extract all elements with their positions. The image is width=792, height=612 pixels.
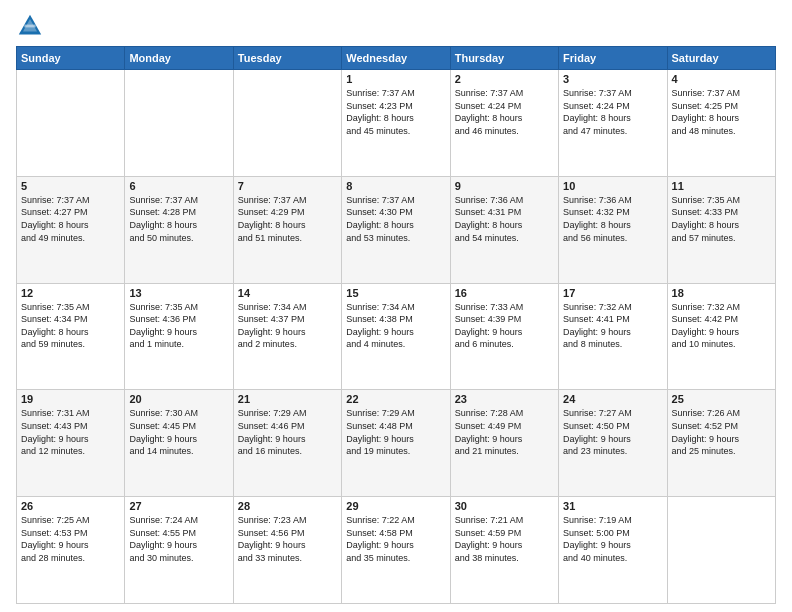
day-info: Sunrise: 7:32 AM Sunset: 4:42 PM Dayligh…: [672, 301, 771, 351]
calendar-cell: 29Sunrise: 7:22 AM Sunset: 4:58 PM Dayli…: [342, 497, 450, 604]
calendar-cell: 18Sunrise: 7:32 AM Sunset: 4:42 PM Dayli…: [667, 283, 775, 390]
calendar-cell: 23Sunrise: 7:28 AM Sunset: 4:49 PM Dayli…: [450, 390, 558, 497]
calendar-cell: 8Sunrise: 7:37 AM Sunset: 4:30 PM Daylig…: [342, 176, 450, 283]
week-row-2: 12Sunrise: 7:35 AM Sunset: 4:34 PM Dayli…: [17, 283, 776, 390]
day-number: 23: [455, 393, 554, 405]
day-number: 18: [672, 287, 771, 299]
day-info: Sunrise: 7:22 AM Sunset: 4:58 PM Dayligh…: [346, 514, 445, 564]
calendar-cell: [125, 70, 233, 177]
day-info: Sunrise: 7:34 AM Sunset: 4:38 PM Dayligh…: [346, 301, 445, 351]
calendar: SundayMondayTuesdayWednesdayThursdayFrid…: [16, 46, 776, 604]
day-number: 30: [455, 500, 554, 512]
day-info: Sunrise: 7:32 AM Sunset: 4:41 PM Dayligh…: [563, 301, 662, 351]
day-number: 2: [455, 73, 554, 85]
calendar-cell: 14Sunrise: 7:34 AM Sunset: 4:37 PM Dayli…: [233, 283, 341, 390]
calendar-cell: 12Sunrise: 7:35 AM Sunset: 4:34 PM Dayli…: [17, 283, 125, 390]
day-info: Sunrise: 7:30 AM Sunset: 4:45 PM Dayligh…: [129, 407, 228, 457]
day-number: 19: [21, 393, 120, 405]
calendar-cell: [233, 70, 341, 177]
day-info: Sunrise: 7:35 AM Sunset: 4:34 PM Dayligh…: [21, 301, 120, 351]
day-number: 1: [346, 73, 445, 85]
day-number: 16: [455, 287, 554, 299]
day-number: 17: [563, 287, 662, 299]
day-number: 20: [129, 393, 228, 405]
day-number: 9: [455, 180, 554, 192]
page: SundayMondayTuesdayWednesdayThursdayFrid…: [0, 0, 792, 612]
day-info: Sunrise: 7:36 AM Sunset: 4:31 PM Dayligh…: [455, 194, 554, 244]
calendar-cell: 19Sunrise: 7:31 AM Sunset: 4:43 PM Dayli…: [17, 390, 125, 497]
calendar-cell: 10Sunrise: 7:36 AM Sunset: 4:32 PM Dayli…: [559, 176, 667, 283]
calendar-cell: 26Sunrise: 7:25 AM Sunset: 4:53 PM Dayli…: [17, 497, 125, 604]
day-number: 25: [672, 393, 771, 405]
calendar-cell: 1Sunrise: 7:37 AM Sunset: 4:23 PM Daylig…: [342, 70, 450, 177]
calendar-cell: 5Sunrise: 7:37 AM Sunset: 4:27 PM Daylig…: [17, 176, 125, 283]
day-number: 26: [21, 500, 120, 512]
calendar-cell: 7Sunrise: 7:37 AM Sunset: 4:29 PM Daylig…: [233, 176, 341, 283]
day-number: 6: [129, 180, 228, 192]
day-info: Sunrise: 7:19 AM Sunset: 5:00 PM Dayligh…: [563, 514, 662, 564]
day-info: Sunrise: 7:27 AM Sunset: 4:50 PM Dayligh…: [563, 407, 662, 457]
day-number: 10: [563, 180, 662, 192]
day-number: 31: [563, 500, 662, 512]
week-row-4: 26Sunrise: 7:25 AM Sunset: 4:53 PM Dayli…: [17, 497, 776, 604]
day-info: Sunrise: 7:35 AM Sunset: 4:36 PM Dayligh…: [129, 301, 228, 351]
weekday-header-sunday: Sunday: [17, 47, 125, 70]
calendar-cell: 13Sunrise: 7:35 AM Sunset: 4:36 PM Dayli…: [125, 283, 233, 390]
day-number: 11: [672, 180, 771, 192]
day-number: 28: [238, 500, 337, 512]
calendar-cell: 22Sunrise: 7:29 AM Sunset: 4:48 PM Dayli…: [342, 390, 450, 497]
week-row-1: 5Sunrise: 7:37 AM Sunset: 4:27 PM Daylig…: [17, 176, 776, 283]
day-number: 27: [129, 500, 228, 512]
calendar-cell: 16Sunrise: 7:33 AM Sunset: 4:39 PM Dayli…: [450, 283, 558, 390]
calendar-cell: [17, 70, 125, 177]
weekday-header-monday: Monday: [125, 47, 233, 70]
calendar-cell: 24Sunrise: 7:27 AM Sunset: 4:50 PM Dayli…: [559, 390, 667, 497]
calendar-cell: 11Sunrise: 7:35 AM Sunset: 4:33 PM Dayli…: [667, 176, 775, 283]
day-number: 13: [129, 287, 228, 299]
day-info: Sunrise: 7:37 AM Sunset: 4:25 PM Dayligh…: [672, 87, 771, 137]
day-info: Sunrise: 7:28 AM Sunset: 4:49 PM Dayligh…: [455, 407, 554, 457]
day-info: Sunrise: 7:33 AM Sunset: 4:39 PM Dayligh…: [455, 301, 554, 351]
weekday-header-wednesday: Wednesday: [342, 47, 450, 70]
day-number: 15: [346, 287, 445, 299]
day-number: 8: [346, 180, 445, 192]
day-info: Sunrise: 7:29 AM Sunset: 4:48 PM Dayligh…: [346, 407, 445, 457]
day-info: Sunrise: 7:26 AM Sunset: 4:52 PM Dayligh…: [672, 407, 771, 457]
day-info: Sunrise: 7:37 AM Sunset: 4:30 PM Dayligh…: [346, 194, 445, 244]
day-info: Sunrise: 7:37 AM Sunset: 4:27 PM Dayligh…: [21, 194, 120, 244]
day-info: Sunrise: 7:35 AM Sunset: 4:33 PM Dayligh…: [672, 194, 771, 244]
calendar-cell: 9Sunrise: 7:36 AM Sunset: 4:31 PM Daylig…: [450, 176, 558, 283]
logo: [16, 12, 48, 40]
logo-icon: [16, 12, 44, 40]
day-info: Sunrise: 7:24 AM Sunset: 4:55 PM Dayligh…: [129, 514, 228, 564]
day-info: Sunrise: 7:29 AM Sunset: 4:46 PM Dayligh…: [238, 407, 337, 457]
calendar-cell: 31Sunrise: 7:19 AM Sunset: 5:00 PM Dayli…: [559, 497, 667, 604]
day-info: Sunrise: 7:25 AM Sunset: 4:53 PM Dayligh…: [21, 514, 120, 564]
day-number: 14: [238, 287, 337, 299]
day-number: 7: [238, 180, 337, 192]
header: [16, 12, 776, 40]
calendar-cell: [667, 497, 775, 604]
weekday-header-thursday: Thursday: [450, 47, 558, 70]
day-number: 12: [21, 287, 120, 299]
calendar-cell: 25Sunrise: 7:26 AM Sunset: 4:52 PM Dayli…: [667, 390, 775, 497]
day-info: Sunrise: 7:37 AM Sunset: 4:24 PM Dayligh…: [563, 87, 662, 137]
day-info: Sunrise: 7:37 AM Sunset: 4:23 PM Dayligh…: [346, 87, 445, 137]
day-number: 5: [21, 180, 120, 192]
calendar-cell: 20Sunrise: 7:30 AM Sunset: 4:45 PM Dayli…: [125, 390, 233, 497]
calendar-cell: 21Sunrise: 7:29 AM Sunset: 4:46 PM Dayli…: [233, 390, 341, 497]
day-info: Sunrise: 7:37 AM Sunset: 4:24 PM Dayligh…: [455, 87, 554, 137]
day-info: Sunrise: 7:23 AM Sunset: 4:56 PM Dayligh…: [238, 514, 337, 564]
day-number: 21: [238, 393, 337, 405]
day-number: 24: [563, 393, 662, 405]
day-info: Sunrise: 7:37 AM Sunset: 4:29 PM Dayligh…: [238, 194, 337, 244]
week-row-3: 19Sunrise: 7:31 AM Sunset: 4:43 PM Dayli…: [17, 390, 776, 497]
calendar-cell: 6Sunrise: 7:37 AM Sunset: 4:28 PM Daylig…: [125, 176, 233, 283]
calendar-cell: 30Sunrise: 7:21 AM Sunset: 4:59 PM Dayli…: [450, 497, 558, 604]
calendar-cell: 17Sunrise: 7:32 AM Sunset: 4:41 PM Dayli…: [559, 283, 667, 390]
weekday-header-saturday: Saturday: [667, 47, 775, 70]
day-info: Sunrise: 7:34 AM Sunset: 4:37 PM Dayligh…: [238, 301, 337, 351]
weekday-header-row: SundayMondayTuesdayWednesdayThursdayFrid…: [17, 47, 776, 70]
calendar-cell: 4Sunrise: 7:37 AM Sunset: 4:25 PM Daylig…: [667, 70, 775, 177]
day-number: 29: [346, 500, 445, 512]
